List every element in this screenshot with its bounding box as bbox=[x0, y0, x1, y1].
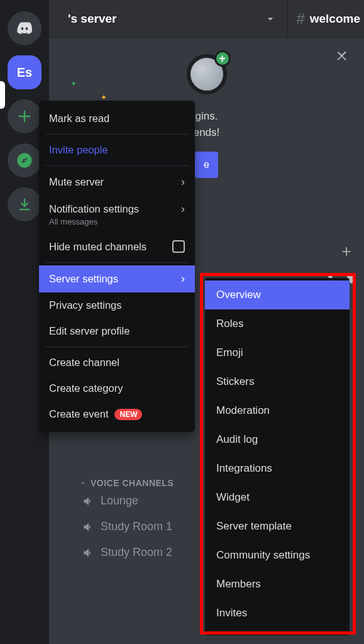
chevron-right-icon: › bbox=[181, 203, 185, 216]
discord-logo-icon bbox=[16, 19, 33, 37]
chevron-right-icon: › bbox=[181, 175, 185, 189]
discord-home-button[interactable] bbox=[8, 11, 41, 45]
chevron-right-icon: › bbox=[181, 272, 185, 286]
server-initials: Es bbox=[17, 65, 32, 80]
submenu-item-widget[interactable]: Widget bbox=[205, 483, 350, 512]
welcome-line-2: ends! bbox=[194, 125, 220, 141]
submenu-item-server-template[interactable]: Server template bbox=[205, 512, 350, 541]
menu-create-category[interactable]: Create category bbox=[39, 375, 195, 401]
menu-privacy-settings[interactable]: Privacy settings bbox=[39, 292, 195, 318]
menu-label: Mute server bbox=[49, 176, 104, 188]
menu-server-settings[interactable]: Server settings › bbox=[39, 265, 195, 292]
menu-notification-settings[interactable]: Notification settings › All messages bbox=[39, 196, 195, 233]
sparkle-icon: ✦ bbox=[70, 79, 77, 88]
close-button[interactable] bbox=[335, 49, 349, 63]
welcome-text: gins. ends! bbox=[194, 108, 220, 140]
chevron-down-icon bbox=[264, 13, 277, 25]
submenu-item-audit-log[interactable]: Audit log bbox=[205, 425, 350, 454]
menu-invite-people[interactable]: Invite people bbox=[39, 137, 195, 163]
server-menu-toggle[interactable] bbox=[254, 13, 287, 25]
menu-edit-server-profile[interactable]: Edit server profile bbox=[39, 318, 195, 344]
welcome-cta-button[interactable]: e bbox=[195, 152, 218, 178]
submenu-item-emoji[interactable]: Emoji bbox=[205, 338, 350, 367]
new-badge: NEW bbox=[114, 409, 142, 420]
speaker-icon bbox=[82, 495, 94, 508]
menu-separator bbox=[45, 262, 189, 263]
menu-label: Create event bbox=[49, 408, 108, 420]
menu-label: Mark as read bbox=[49, 113, 109, 125]
compass-icon bbox=[16, 152, 33, 169]
submenu-item-invites[interactable]: Invites bbox=[205, 599, 350, 628]
submenu-item-stickers[interactable]: Stickers bbox=[205, 367, 350, 396]
menu-label: Hide muted channels bbox=[49, 241, 146, 253]
plus-icon bbox=[340, 245, 353, 258]
download-icon bbox=[16, 196, 33, 213]
hash-icon: # bbox=[296, 10, 304, 28]
channel-header: # welcome bbox=[287, 0, 364, 37]
close-icon bbox=[335, 49, 349, 63]
download-apps-button[interactable] bbox=[8, 187, 41, 221]
menu-subtext: All messages bbox=[49, 217, 97, 226]
voice-channel-name: Lounge bbox=[101, 494, 138, 508]
explore-servers-button[interactable] bbox=[8, 143, 41, 177]
plus-icon bbox=[16, 108, 33, 125]
checkbox-icon[interactable] bbox=[172, 240, 185, 253]
menu-mark-as-read[interactable]: Mark as read bbox=[39, 106, 195, 131]
menu-separator bbox=[45, 347, 189, 347]
menu-hide-muted-channels[interactable]: Hide muted channels bbox=[39, 233, 195, 260]
menu-label: Notification settings bbox=[49, 203, 139, 215]
menu-label: Edit server profile bbox=[49, 325, 130, 337]
avatar-add-badge[interactable]: + bbox=[214, 50, 231, 67]
server-icon-selected[interactable]: Es bbox=[8, 55, 41, 89]
add-channel-button[interactable] bbox=[336, 245, 356, 258]
active-server-indicator bbox=[0, 81, 5, 109]
add-server-button[interactable] bbox=[8, 99, 41, 133]
menu-mute-server[interactable]: Mute server › bbox=[39, 169, 195, 196]
speaker-icon bbox=[82, 547, 94, 559]
chevron-down-icon bbox=[79, 479, 87, 487]
cta-label-fragment: e bbox=[204, 159, 209, 170]
menu-create-channel[interactable]: Create channel bbox=[39, 350, 195, 375]
server-header: 's server # welcome bbox=[49, 0, 364, 38]
menu-label: Invite people bbox=[49, 144, 108, 156]
server-name[interactable]: 's server bbox=[49, 12, 254, 26]
speaker-icon bbox=[82, 521, 94, 533]
channel-name: welcome bbox=[310, 12, 360, 26]
voice-channel-name: Study Room 1 bbox=[101, 520, 172, 533]
server-settings-submenu: OverviewRolesEmojiStickersModerationAudi… bbox=[205, 278, 350, 635]
server-avatar-wrap: + bbox=[187, 54, 227, 94]
submenu-item-overview[interactable]: Overview bbox=[205, 280, 350, 309]
submenu-item-integrations[interactable]: Integrations bbox=[205, 454, 350, 483]
voice-section-label: VOICE CHANNELS bbox=[91, 478, 174, 488]
welcome-line-1: gins. bbox=[194, 108, 220, 125]
menu-label: Create channel bbox=[49, 357, 119, 369]
submenu-item-moderation[interactable]: Moderation bbox=[205, 396, 350, 425]
submenu-item-members[interactable]: Members bbox=[205, 570, 350, 599]
menu-label: Create category bbox=[49, 382, 123, 394]
menu-separator bbox=[45, 134, 189, 135]
menu-separator bbox=[45, 165, 189, 166]
menu-label: Server settings bbox=[49, 273, 118, 285]
server-context-menu: Mark as read Invite people Mute server ›… bbox=[39, 101, 195, 432]
menu-label: Privacy settings bbox=[49, 299, 122, 311]
menu-create-event[interactable]: Create event NEW bbox=[39, 401, 195, 427]
submenu-item-community-settings[interactable]: Community settings bbox=[205, 541, 350, 570]
submenu-item-roles[interactable]: Roles bbox=[205, 309, 350, 338]
voice-channel-name: Study Room 2 bbox=[101, 546, 172, 559]
